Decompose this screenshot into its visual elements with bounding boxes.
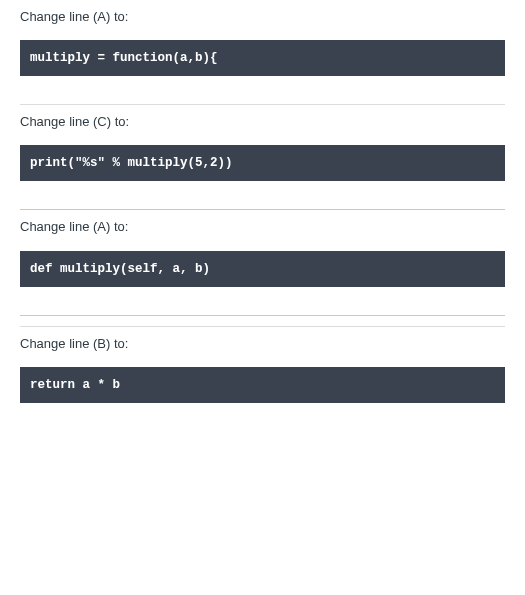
option-prompt: Change line (C) to:: [20, 113, 505, 131]
code-block: def multiply(self, a, b): [20, 251, 505, 287]
answer-option[interactable]: Change line (A) to: multiply = function(…: [20, 0, 505, 104]
answer-option[interactable]: Change line (A) to: def multiply(self, a…: [20, 210, 505, 314]
option-prompt: Change line (A) to:: [20, 218, 505, 236]
code-block: return a * b: [20, 367, 505, 403]
option-prompt: Change line (A) to:: [20, 8, 505, 26]
answer-option[interactable]: Change line (B) to: return a * b: [20, 327, 505, 431]
option-prompt: Change line (B) to:: [20, 335, 505, 353]
code-block: multiply = function(a,b){: [20, 40, 505, 76]
answer-option[interactable]: Change line (C) to: print("%s" % multipl…: [20, 105, 505, 209]
code-block: print("%s" % multiply(5,2)): [20, 145, 505, 181]
